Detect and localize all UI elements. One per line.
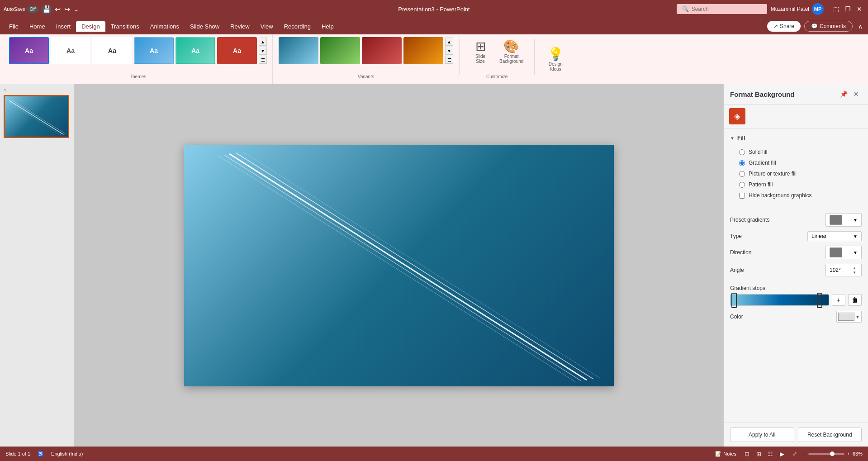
zoom-slider[interactable] bbox=[808, 453, 844, 455]
share-button[interactable]: ↗ Share bbox=[767, 21, 801, 32]
ribbon-collapse-button[interactable]: ∧ bbox=[856, 21, 864, 32]
type-dropdown[interactable]: Linear ▼ bbox=[807, 231, 862, 241]
fill-label: Fill bbox=[737, 135, 745, 141]
menu-recording[interactable]: Recording bbox=[279, 21, 316, 32]
slide-thumb-1[interactable] bbox=[4, 95, 69, 138]
variant-green[interactable] bbox=[320, 37, 360, 64]
autosave-toggle[interactable]: AutoSave Off bbox=[4, 6, 38, 13]
variants-scroll-more[interactable]: ☰ bbox=[445, 56, 453, 64]
apply-to-all-button[interactable]: Apply to All bbox=[730, 428, 794, 442]
color-dropdown-arrow: ▼ bbox=[855, 314, 860, 319]
minimize-button[interactable]: ⬚ bbox=[831, 4, 841, 14]
picture-fill-label: Picture or texture fill bbox=[749, 171, 797, 177]
menu-review[interactable]: Review bbox=[225, 21, 255, 32]
theme-white[interactable]: Aa bbox=[51, 37, 90, 64]
menu-view[interactable]: View bbox=[255, 21, 279, 32]
notes-button[interactable]: 📝 Notes bbox=[715, 451, 736, 457]
hide-bg-option[interactable]: Hide background graphics bbox=[739, 190, 853, 201]
direction-swatch bbox=[830, 247, 842, 257]
angle-label: Angle bbox=[730, 267, 744, 273]
search-input[interactable] bbox=[692, 6, 759, 12]
zoom-out-button[interactable]: − bbox=[802, 451, 805, 456]
pattern-fill-radio[interactable] bbox=[739, 182, 745, 188]
menu-slideshow[interactable]: Slide Show bbox=[185, 21, 225, 32]
reset-background-button[interactable]: Reset Background bbox=[798, 428, 862, 442]
svg-line-4 bbox=[236, 153, 593, 379]
zoom-in-button[interactable]: + bbox=[847, 451, 850, 456]
picture-fill-radio[interactable] bbox=[739, 171, 745, 177]
solid-fill-option[interactable]: Solid fill bbox=[739, 147, 853, 157]
gradient-bar[interactable] bbox=[730, 294, 829, 306]
user-avatar[interactable]: MP bbox=[812, 3, 824, 15]
customize-qat-icon[interactable]: ⌄ bbox=[74, 5, 79, 13]
gradient-stops-section: Gradient stops + 🗑 bbox=[724, 282, 868, 309]
preset-gradients-dropdown[interactable]: ▼ bbox=[825, 213, 862, 227]
language-indicator[interactable]: English (India) bbox=[51, 451, 83, 456]
angle-down-button[interactable]: ▼ bbox=[851, 270, 858, 275]
normal-view-button[interactable]: ⊡ bbox=[742, 449, 752, 459]
menu-design[interactable]: Design bbox=[76, 21, 105, 32]
zoom-level[interactable]: 63% bbox=[853, 451, 863, 456]
autosave-state[interactable]: Off bbox=[27, 6, 38, 13]
themes-scroll-down[interactable]: ▼ bbox=[259, 47, 267, 55]
menu-help[interactable]: Help bbox=[316, 21, 339, 32]
fill-tab[interactable]: ◈ bbox=[729, 108, 745, 124]
redo-icon[interactable]: ↪ bbox=[64, 5, 70, 14]
pattern-fill-option[interactable]: Pattern fill bbox=[739, 179, 853, 190]
restore-button[interactable]: ❐ bbox=[843, 4, 853, 14]
menu-home[interactable]: Home bbox=[24, 21, 51, 32]
fit-slide-icon[interactable]: ⤢ bbox=[792, 451, 797, 457]
direction-dropdown-arrow: ▼ bbox=[853, 250, 858, 255]
gradient-add-stop-button[interactable]: + bbox=[832, 294, 845, 306]
angle-spinners: ▲ ▼ bbox=[851, 266, 858, 275]
variant-orange[interactable] bbox=[403, 37, 443, 64]
angle-input[interactable]: 102° ▲ ▼ bbox=[825, 264, 862, 276]
fill-header[interactable]: ▼ Fill bbox=[730, 132, 862, 144]
theme-red[interactable]: Aa bbox=[217, 37, 257, 64]
themes-scroll-more[interactable]: ☰ bbox=[259, 56, 267, 64]
gradient-stop-right[interactable] bbox=[817, 293, 822, 308]
variants-scroll-up[interactable]: ▲ bbox=[445, 38, 453, 46]
menu-transitions[interactable]: Transitions bbox=[105, 21, 145, 32]
undo-icon[interactable]: ↩ bbox=[55, 5, 61, 14]
angle-up-button[interactable]: ▲ bbox=[851, 266, 858, 270]
reading-view-button[interactable]: ☷ bbox=[765, 449, 775, 459]
format-background-button[interactable]: 🎨 FormatBackground bbox=[496, 37, 527, 66]
theme-gray[interactable]: Aa bbox=[92, 37, 132, 64]
variants-scroll-down[interactable]: ▼ bbox=[445, 47, 453, 55]
theme-teal[interactable]: Aa bbox=[175, 37, 215, 64]
gradient-remove-stop-button[interactable]: 🗑 bbox=[848, 294, 862, 306]
color-picker-button[interactable]: ▼ bbox=[836, 311, 862, 323]
picture-fill-option[interactable]: Picture or texture fill bbox=[739, 168, 853, 179]
menu-insert[interactable]: Insert bbox=[51, 21, 76, 32]
close-button[interactable]: ✕ bbox=[854, 4, 864, 14]
solid-fill-radio[interactable] bbox=[739, 149, 745, 155]
gradient-stop-left[interactable] bbox=[731, 293, 737, 308]
accessibility-icon[interactable]: ♿ bbox=[38, 451, 44, 457]
save-icon[interactable]: 💾 bbox=[42, 5, 51, 14]
theme-purple[interactable]: Aa bbox=[9, 37, 49, 64]
slide-1-thumbnail[interactable] bbox=[4, 95, 71, 138]
themes-scroll-up[interactable]: ▲ bbox=[259, 38, 267, 46]
slide-size-button[interactable]: ⊞ SlideSize bbox=[467, 37, 494, 66]
design-ideas-button[interactable]: 💡 DesignIdeas bbox=[542, 45, 569, 73]
slideshow-button[interactable]: ▶ bbox=[777, 449, 787, 459]
menu-file[interactable]: File bbox=[4, 21, 24, 32]
variant-red[interactable] bbox=[362, 37, 402, 64]
slide-canvas-area[interactable] bbox=[75, 84, 723, 447]
format-panel-icons: 📌 ✕ bbox=[838, 89, 862, 100]
menu-animations[interactable]: Animations bbox=[145, 21, 185, 32]
slide-canvas[interactable] bbox=[184, 145, 614, 386]
fill-radio-group: Solid fill Gradient fill Picture or text… bbox=[730, 144, 862, 204]
panel-pin-icon[interactable]: 📌 bbox=[838, 89, 849, 100]
slide-sorter-button[interactable]: ⊞ bbox=[754, 449, 764, 459]
gradient-fill-radio[interactable] bbox=[739, 160, 745, 166]
panel-close-icon[interactable]: ✕ bbox=[851, 89, 862, 100]
variant-blue[interactable] bbox=[279, 37, 318, 64]
direction-dropdown[interactable]: ▼ bbox=[825, 246, 862, 259]
search-box[interactable]: 🔍 bbox=[677, 4, 767, 14]
comments-button[interactable]: 💬 Comments bbox=[804, 21, 853, 32]
gradient-fill-option[interactable]: Gradient fill bbox=[739, 157, 853, 168]
hide-bg-checkbox[interactable] bbox=[739, 193, 745, 199]
theme-teal-blue[interactable]: Aa bbox=[134, 37, 174, 64]
